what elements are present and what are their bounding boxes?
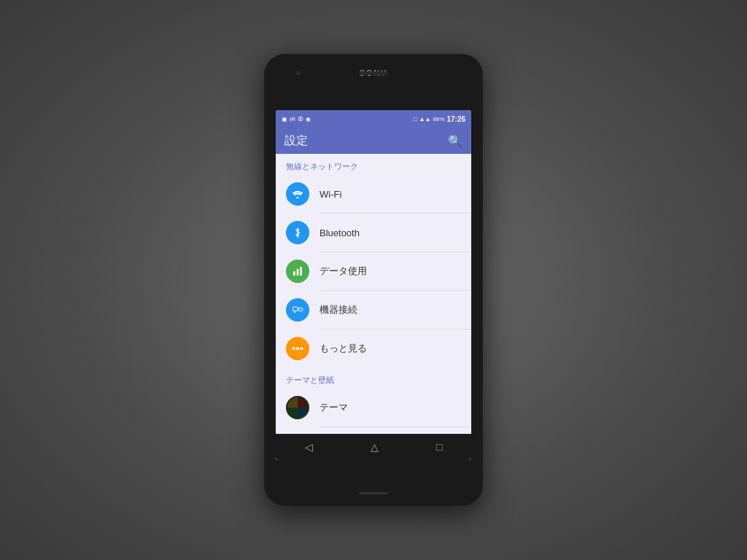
settings-content: 無線とネットワーク Wi-Fi xyxy=(276,154,471,434)
desk-surface: SONY ▣ IR ⦿ ◉ □ ▲▲ 68% 17:26 xyxy=(0,0,747,560)
phone-screen: ▣ IR ⦿ ◉ □ ▲▲ 68% 17:26 設定 🔍 xyxy=(276,110,471,460)
battery-percent: 68% xyxy=(433,116,444,122)
app-bar-title: 設定 xyxy=(285,133,308,149)
search-icon[interactable]: 🔍 xyxy=(448,134,462,148)
section-header-wireless: 無線とネットワーク xyxy=(276,154,471,175)
notification-icon: IR xyxy=(290,116,295,122)
svg-rect-4 xyxy=(293,307,298,311)
svg-rect-3 xyxy=(300,267,302,276)
phone-speaker xyxy=(359,71,388,75)
wifi-status-icon: ⦿ xyxy=(298,116,303,122)
bluetooth-icon xyxy=(286,221,309,244)
settings-item-theme[interactable]: テーマ xyxy=(276,389,471,427)
status-right-icons: □ ▲▲ 68% 17:26 xyxy=(414,115,465,123)
svg-rect-5 xyxy=(298,308,302,311)
phone-top: SONY xyxy=(270,63,477,83)
bluetooth-label: Bluetooth xyxy=(320,228,360,238)
settings-item-bluetooth[interactable]: Bluetooth xyxy=(276,214,471,252)
back-button[interactable]: ◁ xyxy=(296,438,322,456)
battery-saver-icon: □ xyxy=(414,116,417,122)
svg-point-8 xyxy=(293,347,295,350)
settings-item-more[interactable]: もっと見る xyxy=(276,330,471,368)
phone-camera xyxy=(296,71,301,75)
svg-point-0 xyxy=(296,197,298,198)
signal-icon: ▲▲ xyxy=(419,116,431,122)
app-bar: 設定 🔍 xyxy=(276,128,471,154)
theme-icon xyxy=(286,396,309,419)
svg-point-9 xyxy=(296,347,299,350)
status-bar: ▣ IR ⦿ ◉ □ ▲▲ 68% 17:26 xyxy=(276,110,471,128)
bottom-navigation: ◁ △ □ xyxy=(276,434,471,460)
section-header-theme: テーマと壁紙 xyxy=(276,368,471,389)
phone-bottom xyxy=(359,487,388,499)
wifi-label: Wi-Fi xyxy=(320,189,341,200)
svg-rect-1 xyxy=(293,271,295,276)
settings-item-wallpaper[interactable]: 壁紙 xyxy=(276,427,471,434)
theme-label: テーマ xyxy=(320,401,348,414)
sim-icon: ▣ xyxy=(282,116,287,122)
settings-item-wifi[interactable]: Wi-Fi xyxy=(276,175,471,213)
svg-rect-2 xyxy=(297,269,299,276)
device-connection-icon xyxy=(286,298,309,322)
dark-overlay xyxy=(286,396,309,419)
more-icon xyxy=(286,337,309,360)
svg-point-7 xyxy=(294,311,295,313)
more-label: もっと見る xyxy=(320,342,367,355)
settings-item-data[interactable]: データ使用 xyxy=(276,252,471,290)
recent-button[interactable]: □ xyxy=(427,438,451,456)
settings-item-device[interactable]: 機器接続 xyxy=(276,291,471,329)
status-time: 17:26 xyxy=(446,115,465,123)
wifi-icon xyxy=(286,182,309,206)
status-left-icons: ▣ IR ⦿ ◉ xyxy=(282,116,311,122)
usb-port xyxy=(359,492,388,494)
home-button[interactable]: △ xyxy=(362,438,387,456)
data-label: データ使用 xyxy=(320,265,367,278)
phone-device: SONY ▣ IR ⦿ ◉ □ ▲▲ 68% 17:26 xyxy=(264,54,483,506)
location-icon: ◉ xyxy=(306,116,311,122)
data-usage-icon xyxy=(286,260,309,283)
device-label: 機器接続 xyxy=(320,303,357,316)
svg-point-10 xyxy=(300,347,303,350)
